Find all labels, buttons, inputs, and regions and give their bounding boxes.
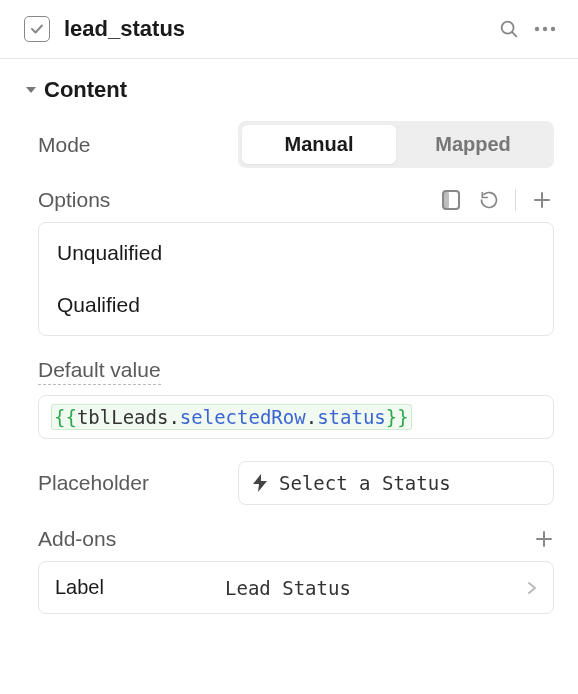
placeholder-row: Placeholder Select a Status <box>24 461 554 505</box>
content-section-header[interactable]: Content <box>24 77 554 103</box>
options-add-icon[interactable] <box>530 188 554 212</box>
default-value-label: Default value <box>38 358 161 385</box>
svg-line-1 <box>512 32 516 36</box>
addons-label: Add-ons <box>38 527 534 551</box>
component-name[interactable]: lead_status <box>64 16 494 42</box>
addons-add-icon[interactable] <box>534 529 554 549</box>
mode-row: Mode Manual Mapped <box>24 121 554 168</box>
addon-value: Lead Status <box>225 577 527 599</box>
lightning-icon <box>251 474 269 492</box>
search-icon[interactable] <box>494 14 524 44</box>
placeholder-label: Placeholder <box>38 471 238 495</box>
svg-marker-10 <box>253 474 267 492</box>
panel-header: lead_status <box>0 0 578 59</box>
options-header-row: Options <box>24 188 554 212</box>
option-item[interactable]: Unqualified <box>39 227 553 279</box>
more-icon[interactable] <box>530 14 560 44</box>
svg-marker-5 <box>26 87 36 93</box>
content-section: Content Mode Manual Mapped Options <box>0 59 578 614</box>
addon-name: Label <box>55 576 225 599</box>
options-database-icon[interactable] <box>439 188 463 212</box>
component-type-select-icon <box>24 16 50 42</box>
svg-point-4 <box>551 27 555 31</box>
option-item[interactable]: Qualified <box>39 279 553 331</box>
chevron-right-icon <box>527 581 537 595</box>
expression-pill: {{tblLeads.selectedRow.status}} <box>51 404 412 430</box>
svg-point-2 <box>535 27 539 31</box>
default-value-label-row: Default value <box>24 358 554 385</box>
addon-item-label[interactable]: Label Lead Status <box>38 561 554 614</box>
caret-down-icon <box>24 85 38 95</box>
section-title: Content <box>44 77 127 103</box>
options-list: Unqualified Qualified <box>38 222 554 336</box>
options-label: Options <box>38 188 439 212</box>
default-value-input[interactable]: {{tblLeads.selectedRow.status}} <box>38 395 554 439</box>
placeholder-input[interactable]: Select a Status <box>238 461 554 505</box>
mode-label: Mode <box>38 133 238 157</box>
divider <box>515 189 516 211</box>
mode-mapped-tab[interactable]: Mapped <box>396 125 550 164</box>
options-reset-icon[interactable] <box>477 188 501 212</box>
svg-rect-7 <box>443 191 449 209</box>
options-toolbar <box>439 188 554 212</box>
placeholder-value: Select a Status <box>279 472 451 494</box>
svg-point-3 <box>543 27 547 31</box>
addons-header-row: Add-ons <box>24 527 554 551</box>
mode-segmented: Manual Mapped <box>238 121 554 168</box>
mode-manual-tab[interactable]: Manual <box>242 125 396 164</box>
